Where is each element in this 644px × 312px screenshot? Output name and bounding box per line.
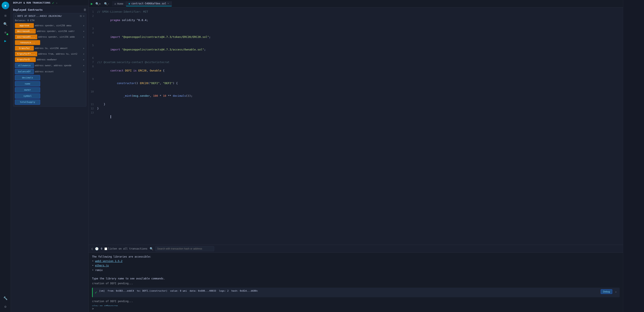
approve-params: address spender, uint256 amou — [35, 24, 82, 27]
minimap — [623, 0, 644, 312]
transfer-button[interactable]: transfer — [15, 46, 34, 51]
tx1-debug-button[interactable]: Debug — [601, 289, 612, 294]
console-collapse-icon[interactable]: ❮ — [91, 247, 93, 250]
etherscan-link[interactable]: view on etherscan — [92, 305, 118, 306]
func-row-owner: owner — [15, 87, 84, 92]
bullet-icon-3: • — [92, 269, 95, 272]
console-text-remix: • remix — [92, 268, 620, 272]
code-line-11: 11 } — [89, 102, 623, 106]
code-line-12: 12 } — [89, 106, 623, 110]
zoom-out-button[interactable]: 🔍- — [103, 2, 110, 6]
contract-item-header[interactable]: ▾ DEFI AT 0X5CF...44E43 (BLOCKCHA/ ⧉ ✕ — [13, 13, 86, 19]
console-text-web3: • web3 version 1.5.2 — [92, 259, 620, 263]
tx1-debug-chevron-icon[interactable]: ▾ — [614, 289, 618, 295]
line-num-4: 4 — [89, 31, 97, 35]
func-row-name: name — [15, 81, 84, 86]
totalSupply-button[interactable]: totalSupply — [15, 100, 40, 105]
zoom-in-button[interactable]: 🔍+ — [94, 2, 102, 6]
listen-checkbox-label[interactable]: listen on all transactions — [104, 247, 148, 250]
allowance-button[interactable]: allowance — [15, 63, 34, 68]
transferO-button[interactable]: transferO... — [15, 57, 36, 62]
files-nav-icon[interactable]: ⊞ — [2, 12, 9, 19]
bullet-icon: • — [92, 260, 95, 262]
line-content-4: import "@openzeppelin/contracts@4.7.3/to… — [97, 31, 620, 43]
tab-contract[interactable]: ◉ contract-54066afdee.sol ✕ — [126, 1, 172, 6]
line-num-10: 10 — [89, 90, 97, 94]
tab-close-icon[interactable]: ✕ — [168, 2, 169, 5]
line-content-11: } — [97, 102, 620, 106]
renounce-button[interactable]: renounce... — [15, 40, 40, 45]
line-num-9: 9 — [89, 77, 97, 81]
approve-chevron-icon[interactable]: ▾ — [83, 24, 84, 27]
code-line-9: 9 constructor() ERC20("DEFI", "DEFI") { — [89, 77, 623, 90]
listen-label: listen on all transactions — [108, 247, 148, 250]
clock-icon: 🕐 — [95, 247, 98, 250]
console-text-pending2: creation of DEFI pending... — [92, 300, 620, 304]
increaseAl-button[interactable]: increaseAl... — [15, 34, 37, 39]
func-row-allowance: allowance address owner, address spende … — [15, 63, 84, 68]
deployed-contracts-header: Deployed Contracts 🗑 — [13, 8, 86, 11]
decreaseA-chevron-icon[interactable]: ▾ — [83, 30, 84, 33]
tx1-check-icon: ✓ — [95, 290, 97, 296]
decreaseA-button[interactable]: decreaseA... — [15, 29, 36, 34]
contract-chevron-icon: ▾ — [15, 15, 16, 17]
debug-nav-icon[interactable]: 🔧 — [2, 294, 9, 302]
contract-close-icon[interactable]: ✕ — [83, 14, 84, 18]
balanceOf-button[interactable]: balanceOf — [15, 69, 34, 74]
balance-display: Balance: 0 ETH — [13, 19, 86, 23]
line-num-3: 3 — [89, 26, 97, 31]
func-row-totalSupply: totalSupply — [15, 100, 84, 105]
main-area: ▶ 🔍+ 🔍- ⌂ Home ◉ contract-54066afdee.sol… — [89, 0, 623, 312]
plugin-nav-icon[interactable]: ⊕ — [2, 28, 9, 36]
web3-link[interactable]: web3 version 1.5.2 — [95, 260, 122, 262]
func-row-increaseAl: increaseAl... address spender, uint256 a… — [15, 34, 84, 39]
console-text-typelib: Type the library name to see available c… — [92, 277, 620, 281]
line-content-2: pragma solidity ^0.8.4; — [97, 14, 620, 26]
play-button[interactable]: ▶ — [91, 2, 93, 6]
trash-icon[interactable]: 🗑 — [84, 8, 86, 11]
tx-block-1: ✓ [vm] from: 0x5B3...eddC4 to: DEFI.(con… — [92, 288, 620, 297]
decimals-button[interactable]: decimals — [15, 75, 40, 80]
console-output: The following libraries are accessible: … — [89, 253, 623, 306]
func-row-transferO: transferO... address newOwner ▾ — [15, 57, 84, 62]
approve-button[interactable]: approve — [15, 23, 34, 28]
copy-icon[interactable]: ⧉ — [80, 14, 82, 18]
tx1-content: [vm] from: 0x5B3...eddC4 to: DEFI.(const… — [99, 289, 599, 293]
owner-button[interactable]: owner — [15, 87, 40, 92]
deploy-nav-icon[interactable]: ▶ — [2, 37, 9, 44]
listen-checkbox-input[interactable] — [104, 248, 107, 250]
allowance-params: address owner, address spende — [35, 64, 82, 67]
app-logo: ◈ — [2, 2, 9, 9]
view-etherscan-link[interactable]: view on etherscan — [92, 304, 620, 306]
line-content-8: contract DEFI is ERC20, Ownable { — [97, 64, 620, 77]
remix-text: remix — [95, 269, 102, 272]
line-num-5: 5 — [89, 43, 97, 48]
prompt-symbol: > — [92, 307, 94, 310]
search-nav-icon[interactable]: 🔍 — [2, 20, 9, 28]
transfer-chevron-icon[interactable]: ▾ — [83, 47, 84, 50]
console-area: ❮ 🕐 0 listen on all transactions 🔍 The f… — [89, 245, 623, 312]
line-num-13: 13 — [89, 110, 97, 115]
increaseAl-chevron-icon[interactable]: ▾ — [83, 36, 84, 38]
allowance-chevron-icon[interactable]: ▾ — [83, 64, 84, 67]
transferO-chevron-icon[interactable]: ▾ — [83, 58, 84, 61]
func-row-decreaseA: decreaseA... address spender, uint256 su… — [15, 29, 84, 34]
line-content-13 — [97, 110, 620, 123]
code-editor[interactable]: 1 // SPDX-License-Identifier: MIT 2 prag… — [89, 8, 623, 245]
balanceOf-chevron-icon[interactable]: ▾ — [83, 70, 84, 73]
ethers-link[interactable]: ethers.js — [95, 264, 109, 267]
name-button[interactable]: name — [15, 81, 40, 86]
console-search-input[interactable] — [155, 246, 214, 251]
editor-topbar: ▶ 🔍+ 🔍- ⌂ Home ◉ contract-54066afdee.sol… — [89, 0, 623, 8]
transferFr-button[interactable]: transferFr... — [15, 52, 37, 56]
deployed-section: Deployed Contracts 🗑 ▾ DEFI AT 0X5CF...4… — [11, 6, 88, 312]
left-panel: DEPLOY & RUN TRANSACTIONS ✓ › Deployed C… — [11, 0, 89, 312]
symbol-button[interactable]: symbol — [15, 93, 40, 98]
line-num-6: 6 — [89, 56, 97, 60]
code-line-13: 13 — [89, 110, 623, 123]
settings-nav-icon[interactable]: ⚙ — [2, 303, 9, 310]
transferFr-chevron-icon[interactable]: ▾ — [83, 52, 84, 56]
contract-item: ▾ DEFI AT 0X5CF...44E43 (BLOCKCHA/ ⧉ ✕ B… — [13, 13, 86, 106]
tab-home[interactable]: ⌂ Home — [112, 1, 126, 6]
console-search-icon[interactable]: 🔍 — [150, 247, 153, 250]
